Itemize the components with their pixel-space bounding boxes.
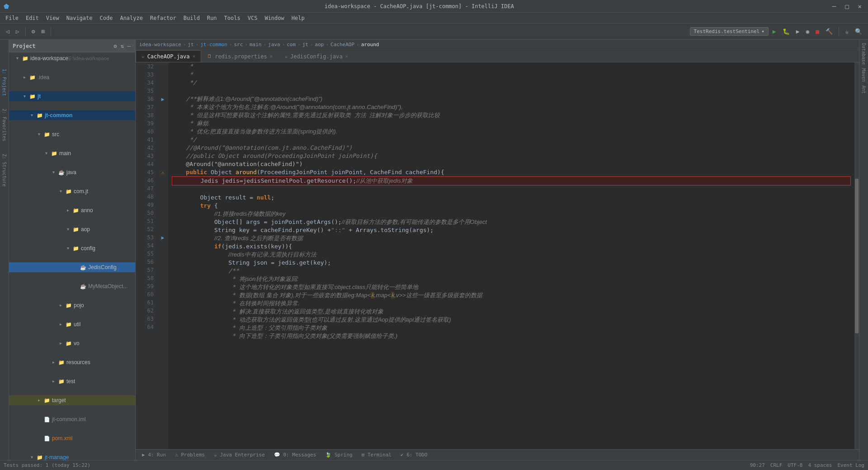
breadcrumb-around[interactable]: around (361, 42, 379, 47)
coverage-button[interactable]: ▶ (794, 27, 802, 36)
tree-item-jedisconfig[interactable]: ☕JedisConfig (9, 262, 135, 272)
tree-item-mymetaobject[interactable]: ☕MyMetaObject... (9, 281, 135, 291)
tree-item-jt[interactable]: ▾📁jt (9, 91, 135, 101)
debug-button[interactable]: 🐛 (780, 27, 792, 36)
tree-item-config[interactable]: ▾📁config (9, 243, 135, 253)
breadcrumb-jt[interactable]: jt (188, 42, 193, 47)
breadcrumb-jt-common[interactable]: jt-common (200, 42, 227, 47)
sidebar-scroll-icon[interactable]: ⇅ (120, 42, 125, 50)
close-button[interactable]: ✕ (855, 2, 864, 11)
tree-item-jt-common[interactable]: ▾📁jt-common (9, 110, 135, 120)
breadcrumb-cacheaop[interactable]: CacheAOP (330, 42, 354, 47)
breadcrumb-idea-workspace[interactable]: idea-workspace (139, 42, 181, 47)
tree-item-jt-common-iml[interactable]: 📄jt-common.iml (9, 414, 135, 424)
tree-item-idea[interactable]: ▸📁.idea (9, 72, 135, 82)
minimize-button[interactable]: ─ (830, 2, 839, 11)
menu-help[interactable]: Help (288, 14, 308, 22)
tree-item-vo[interactable]: ▸📁vo (9, 338, 135, 348)
breadcrumb-java[interactable]: java (268, 42, 280, 47)
bottom-tab-java-enterprise[interactable]: ☕ Java Enterprise (209, 451, 269, 459)
code-line-48: try { (172, 202, 218, 209)
favorites-panel-button[interactable]: 2: Favorites (1, 107, 8, 143)
breadcrumb-com[interactable]: com (287, 42, 296, 47)
project-panel-button[interactable]: 1: Project (1, 67, 8, 98)
stop-button[interactable]: ■ (813, 27, 821, 36)
code-line-53: if(jedis.exists(key)){ (172, 243, 292, 250)
breadcrumb-main[interactable]: main (250, 42, 262, 47)
menu-navigate[interactable]: Navigate (63, 14, 96, 22)
breadcrumb-src[interactable]: src (234, 42, 243, 47)
tree-item-pojo[interactable]: ▸📁pojo (9, 300, 135, 310)
tree-item-pom[interactable]: 📄pom.xml (9, 433, 135, 443)
editor-area: idea-workspace › jt › jt-common › src › … (136, 40, 859, 460)
sidebar-collapse-icon[interactable]: – (127, 42, 132, 50)
search-everywhere-button[interactable]: 🔍 (853, 27, 864, 36)
tree-item-src[interactable]: ▾📁src (9, 129, 135, 139)
forward-button[interactable]: ▷ (14, 27, 22, 36)
tree-item-java[interactable]: ▾☕java (9, 167, 135, 177)
menu-tools[interactable]: Tools (221, 14, 244, 22)
profile-button[interactable]: ◉ (804, 27, 812, 36)
nav-button[interactable]: ⊞ (39, 27, 47, 36)
tab-label-cacheaop: CacheAOP.java (147, 53, 190, 60)
tab-redis-properties[interactable]: 🗒 redis.properties ✕ (201, 50, 278, 62)
tab-jedisconfig[interactable]: ☕ JedisConfig.java ✕ (278, 50, 354, 62)
tab-close-jedisconfig[interactable]: ✕ (345, 53, 349, 59)
tree-item-idea-workspace[interactable]: ▾📁idea-workspace E:\idea-workspace (9, 53, 135, 63)
status-crlf[interactable]: CRLF (770, 462, 783, 468)
tree-item-test[interactable]: ▸📁test (9, 376, 135, 386)
menu-file[interactable]: File (2, 14, 22, 22)
maximize-button[interactable]: □ (842, 2, 851, 11)
menu-vcs[interactable]: VCS (244, 14, 261, 22)
app-icon: ⬟ (4, 3, 9, 10)
tab-close-redis-props[interactable]: ✕ (270, 53, 273, 59)
toolbar-sep1 (25, 27, 26, 36)
database-panel-button[interactable]: Database (860, 42, 868, 66)
status-indent[interactable]: 4 spaces (808, 462, 832, 468)
editor-scroll-thumb[interactable] (855, 179, 859, 333)
editor-scrollbar[interactable] (854, 62, 859, 449)
bottom-tab-run[interactable]: ▶ 4: Run (137, 451, 170, 459)
status-encoding[interactable]: UTF-8 (788, 462, 802, 468)
ant-panel-button[interactable]: Ant (860, 84, 868, 95)
menu-refactor[interactable]: Refactor (146, 14, 180, 22)
tab-close-cacheaop[interactable]: ✕ (193, 53, 196, 59)
bottom-tab-spring[interactable]: 🍃 Spring (321, 451, 357, 459)
tree-item-resources[interactable]: ▸📁resources (9, 357, 135, 367)
breadcrumb-aop[interactable]: aop (315, 42, 324, 47)
sidebar-settings-icon[interactable]: ⚙ (113, 42, 118, 50)
run-button[interactable]: ▶ (770, 27, 778, 36)
tree-item-main[interactable]: ▾📁main (9, 148, 135, 158)
breadcrumb-jt2[interactable]: jt (302, 42, 308, 47)
build-button[interactable]: 🔨 (823, 27, 835, 36)
bottom-tab-terminal[interactable]: ⊞ Terminal (357, 451, 396, 459)
code-editor[interactable]: * * */ /**解释难点1:@Around("@annotation(cac… (168, 62, 854, 449)
bottom-tab-todo[interactable]: ✔ 6: TODO (396, 451, 432, 459)
structure-panel-button[interactable]: Z: Structure (1, 152, 8, 188)
back-button[interactable]: ◁ (4, 27, 12, 36)
tree-item-anno[interactable]: ▸📁anno (9, 205, 135, 215)
sidebar-title: Project (13, 43, 111, 49)
sdk-button[interactable]: ☕ (843, 27, 851, 36)
tree-item-util[interactable]: ▸📁util (9, 319, 135, 329)
bottom-tab-messages[interactable]: 💬 0: Messages (269, 451, 321, 459)
menu-view[interactable]: View (42, 14, 63, 22)
menu-code[interactable]: Code (96, 14, 117, 22)
bottom-tab-problems[interactable]: ⚠ Problems (170, 451, 209, 459)
status-event-log[interactable]: Event Log (837, 462, 864, 468)
tree-item-com-jt[interactable]: ▾📁com.jt (9, 186, 135, 196)
maven-panel-button[interactable]: Maven (860, 67, 868, 83)
status-tests-passed: Tests passed: 1 (today 15:22) (4, 462, 90, 468)
menu-analyze[interactable]: Analyze (116, 14, 146, 22)
tree-item-aop[interactable]: ▾📁aop (9, 224, 135, 234)
menu-run[interactable]: Run (203, 14, 221, 22)
menu-build[interactable]: Build (180, 14, 203, 22)
run-config-selector[interactable]: TestRedis.testSentinel ▾ (690, 27, 769, 36)
code-line-36: /**解释难点1:@Around("@annotation(cacheFind)… (172, 95, 322, 102)
tab-cacheaop[interactable]: ☕ CacheAOP.java ✕ (136, 50, 201, 62)
menu-window[interactable]: Window (261, 14, 288, 22)
tree-item-target[interactable]: ▸📁target (9, 395, 135, 405)
settings-button[interactable]: ⚙ (29, 27, 38, 36)
tree-item-jt-manage[interactable]: ▾📁jt-manage (9, 452, 135, 460)
menu-edit[interactable]: Edit (22, 14, 42, 22)
